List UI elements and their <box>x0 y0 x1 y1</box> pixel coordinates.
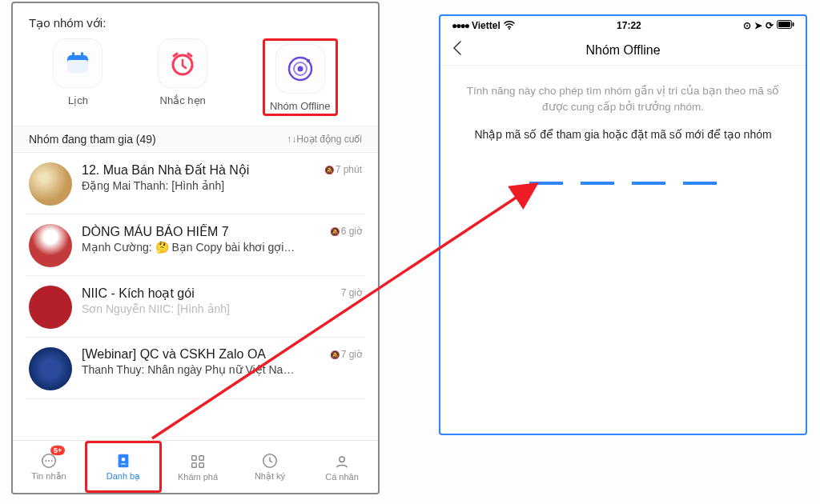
code-input-row[interactable] <box>440 182 806 185</box>
code-digit-slot[interactable] <box>632 182 665 185</box>
svg-point-11 <box>122 458 126 462</box>
messages-badge: 5+ <box>50 446 65 455</box>
bottom-tab-bar: 5+ Tin nhắn Danh bạ Khám phá Nhật ký Cá … <box>13 440 378 493</box>
svg-rect-15 <box>199 462 204 467</box>
svg-point-7 <box>297 66 303 72</box>
create-option-offline[interactable]: Nhóm Offline <box>270 44 331 112</box>
tab-profile-label: Cá nhân <box>325 472 359 482</box>
svg-point-8 <box>307 59 310 62</box>
feature-description: Tính năng này cho phép tìm nhóm gần vị t… <box>440 66 806 127</box>
group-subtitle: Đặng Mai Thanh: [Hình ảnh] <box>82 179 315 192</box>
group-list-item[interactable]: 12. Mua Bán Nhà Đất Hà Nội Đặng Mai Than… <box>26 153 365 214</box>
group-subtitle: Mạnh Cường: 🤔 Bạn Copy bài khơi gợi… <box>82 241 320 254</box>
create-option-offline-label: Nhóm Offline <box>270 100 331 112</box>
code-digit-slot[interactable] <box>683 182 717 185</box>
tab-profile[interactable]: Cá nhân <box>306 441 378 493</box>
svg-rect-21 <box>793 22 794 26</box>
tab-contacts-label: Danh bạ <box>107 471 140 482</box>
muted-bell-icon: 🔕 <box>330 350 340 359</box>
svg-rect-13 <box>199 455 204 460</box>
group-title: 12. Mua Bán Nhà Đất Hà Nội <box>82 162 315 178</box>
svg-rect-1 <box>67 60 88 73</box>
status-time: 17:22 <box>617 20 641 31</box>
avatar <box>29 347 72 390</box>
phone-left-screen: Tạo nhóm với: Lịch <box>11 2 380 494</box>
alarm-clock-icon <box>158 38 207 88</box>
muted-bell-icon: 🔕 <box>324 166 334 174</box>
group-time: 🔕7 giờ <box>330 347 362 390</box>
code-digit-slot[interactable] <box>581 182 614 185</box>
group-subtitle: Sơn Nguyễn NIIC: [Hình ảnh] <box>82 302 332 315</box>
svg-point-17 <box>340 457 344 462</box>
create-option-calendar-label: Lịch <box>68 94 88 106</box>
signal-icon: ●●●● <box>452 20 468 31</box>
group-list-item[interactable]: [Webinar] QC và CSKH Zalo OA Thanh Thuy:… <box>26 338 365 399</box>
group-title: [Webinar] QC và CSKH Zalo OA <box>82 347 320 362</box>
carrier-label: Viettel <box>472 20 500 31</box>
group-subtitle: Thanh Thuy: Nhân ngày Phụ nữ Việt Na… <box>82 363 320 376</box>
group-list-item[interactable]: NIIC - Kích hoạt gói Sơn Nguyễn NIIC: [H… <box>26 276 365 338</box>
create-group-heading: Tạo nhóm với: <box>26 3 365 38</box>
create-option-reminder[interactable]: Nhắc hẹn <box>158 38 207 116</box>
tab-messages[interactable]: 5+ Tin nhắn <box>13 441 85 493</box>
create-option-calendar[interactable]: Lịch <box>53 38 102 116</box>
tab-contacts[interactable]: Danh bạ <box>85 441 162 493</box>
radar-target-icon <box>275 44 325 94</box>
create-options-row: Lịch Nhắc hẹn <box>26 38 365 126</box>
group-time: 🔕6 giờ <box>330 224 362 267</box>
svg-rect-14 <box>192 462 197 467</box>
back-button[interactable] <box>452 40 463 60</box>
muted-bell-icon: 🔕 <box>330 227 340 236</box>
svg-rect-2 <box>72 52 74 58</box>
avatar <box>29 162 72 206</box>
avatar <box>29 286 72 329</box>
highlight-offline-group: Nhóm Offline <box>263 38 338 116</box>
tab-messages-label: Tin nhắn <box>31 471 66 482</box>
group-title: NIIC - Kích hoạt gói <box>82 286 332 301</box>
tab-discover[interactable]: Khám phá <box>162 441 234 493</box>
groups-sort-toggle[interactable]: ↑↓Hoạt động cuối <box>287 134 362 145</box>
tab-discover-label: Khám phá <box>178 472 218 482</box>
rotation-lock-icon: ⟳ <box>766 20 774 31</box>
svg-rect-12 <box>192 455 197 460</box>
nav-title: Nhóm Offline <box>585 43 660 58</box>
group-time: 🔕7 phút <box>324 162 362 206</box>
nav-bar: Nhóm Offline <box>440 35 806 66</box>
groups-section-title: Nhóm đang tham gia (49) <box>29 133 156 146</box>
phone-right-screen: ●●●● Viettel 17:22 ⊙ ➤ ⟳ Nhóm Offline Tí… <box>439 14 807 435</box>
calendar-icon <box>53 38 102 88</box>
status-bar: ●●●● Viettel 17:22 ⊙ ➤ ⟳ <box>440 16 806 35</box>
tab-diary[interactable]: Nhật ký <box>234 441 306 493</box>
tab-diary-label: Nhật ký <box>255 471 285 482</box>
alarm-indicator-icon: ⊙ <box>743 20 751 31</box>
group-list-item[interactable]: DÒNG MÁU BẢO HIỂM 7 Mạnh Cường: 🤔 Bạn Co… <box>26 214 365 276</box>
create-option-reminder-label: Nhắc hẹn <box>160 94 206 106</box>
groups-section-header: Nhóm đang tham gia (49) ↑↓Hoạt động cuối <box>13 126 378 153</box>
group-title: DÒNG MÁU BẢO HIỂM 7 <box>82 224 320 239</box>
avatar <box>29 224 72 267</box>
wifi-icon <box>504 20 515 32</box>
svg-rect-3 <box>81 52 83 58</box>
svg-point-18 <box>508 28 510 30</box>
code-digit-slot[interactable] <box>529 182 563 185</box>
location-indicator-icon: ➤ <box>754 20 762 31</box>
battery-icon <box>777 20 794 31</box>
group-time: 7 giờ <box>341 286 362 329</box>
svg-rect-20 <box>778 22 790 27</box>
instruction-text: Nhập mã số để tham gia hoặc đặt mã số mớ… <box>440 127 806 143</box>
